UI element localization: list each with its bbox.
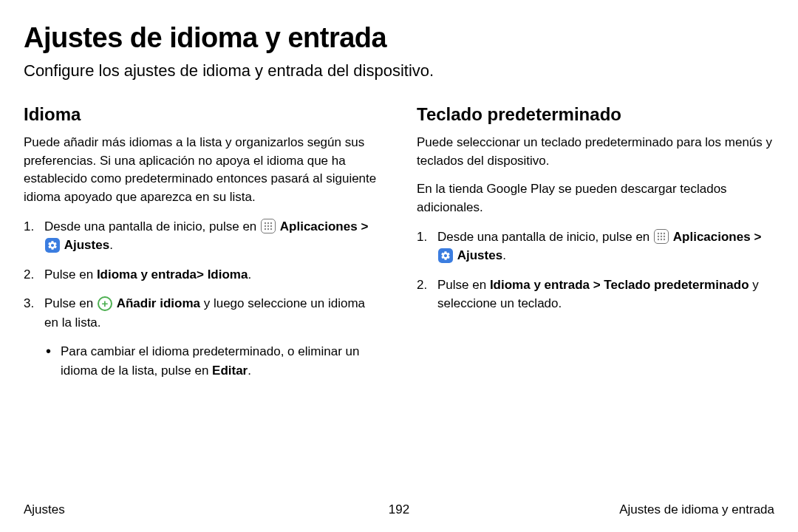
intro-idioma: Puede añadir más idiomas a la lista y or…	[24, 134, 381, 207]
page-subtitle: Configure los ajustes de idioma y entrad…	[24, 61, 774, 81]
step-text: Desde una pantalla de inicio, pulse en	[44, 219, 260, 233]
sub-text: Para cambiar el idioma predeterminado, o…	[61, 344, 359, 378]
heading-teclado: Teclado predeterminado	[417, 104, 774, 125]
steps-teclado: Desde una pantalla de inicio, pulse en A…	[417, 228, 774, 313]
svg-point-11	[664, 233, 665, 234]
column-teclado: Teclado predeterminado Puede seleccionar…	[417, 104, 774, 390]
heading-idioma: Idioma	[24, 104, 381, 125]
apps-icon	[654, 229, 669, 244]
step-item: Pulse en + Añadir idioma y luego selecci…	[24, 294, 381, 380]
svg-point-1	[267, 222, 269, 224]
footer-left: Ajustes	[24, 502, 65, 517]
separator: >	[751, 230, 762, 244]
svg-point-2	[270, 222, 272, 224]
svg-point-8	[270, 228, 272, 230]
content-columns: Idioma Puede añadir más idiomas a la lis…	[24, 104, 774, 390]
footer-page-number: 192	[389, 502, 409, 517]
gear-icon	[45, 238, 60, 253]
step-end: .	[248, 267, 251, 282]
footer-right: Ajustes de idioma y entrada	[619, 502, 774, 517]
intro-teclado-2: En la tienda Google Play se pueden desca…	[417, 180, 774, 216]
steps-idioma: Desde una pantalla de inicio, pulse en A…	[24, 217, 381, 381]
svg-point-15	[658, 239, 659, 240]
step-end: .	[109, 238, 113, 252]
intro-teclado-1: Puede seleccionar un teclado predetermin…	[417, 134, 774, 170]
step-bold: Idioma y entrada> Idioma	[97, 267, 248, 282]
apps-icon	[261, 219, 276, 233]
settings-label: Ajustes	[64, 238, 109, 252]
svg-point-0	[265, 222, 266, 224]
plus-icon: +	[98, 296, 112, 311]
svg-point-3	[265, 225, 266, 227]
step-text: Pulse en	[44, 267, 97, 282]
step-text: Pulse en	[44, 296, 97, 310]
svg-point-13	[661, 236, 662, 237]
svg-point-9	[658, 233, 659, 234]
apps-label: Aplicaciones	[673, 230, 751, 244]
apps-label: Aplicaciones	[280, 219, 358, 233]
sub-bold: Editar	[212, 364, 248, 378]
gear-icon	[438, 248, 453, 263]
svg-point-4	[267, 225, 269, 227]
step-item: Pulse en Idioma y entrada> Idioma.	[24, 265, 381, 284]
column-idioma: Idioma Puede añadir más idiomas a la lis…	[24, 104, 381, 390]
svg-point-12	[658, 236, 659, 237]
step-item: Pulse en Idioma y entrada > Teclado pred…	[417, 276, 774, 313]
separator: >	[358, 219, 369, 233]
svg-point-7	[267, 228, 269, 230]
sub-end: .	[248, 364, 251, 378]
settings-label: Ajustes	[457, 248, 502, 262]
step-end: .	[502, 248, 506, 262]
svg-point-17	[664, 239, 665, 240]
svg-point-14	[664, 236, 665, 237]
step-item: Desde una pantalla de inicio, pulse en A…	[417, 228, 774, 265]
sub-list: Para cambiar el idioma predeterminado, o…	[44, 342, 381, 380]
sub-item: Para cambiar el idioma predeterminado, o…	[44, 342, 381, 380]
svg-point-10	[661, 233, 662, 234]
page-footer: Ajustes 192 Ajustes de idioma y entrada	[24, 502, 774, 517]
step-bold: Añadir idioma	[117, 296, 200, 310]
page-title: Ajustes de idioma y entrada	[24, 22, 774, 54]
svg-point-5	[270, 225, 272, 227]
step-item: Desde una pantalla de inicio, pulse en A…	[24, 217, 381, 255]
step-bold: Idioma y entrada > Teclado predeterminad…	[490, 278, 749, 292]
step-text: Desde una pantalla de inicio, pulse en	[437, 230, 653, 244]
step-text: Pulse en	[437, 278, 490, 292]
svg-point-16	[661, 239, 662, 240]
svg-point-6	[265, 228, 266, 230]
